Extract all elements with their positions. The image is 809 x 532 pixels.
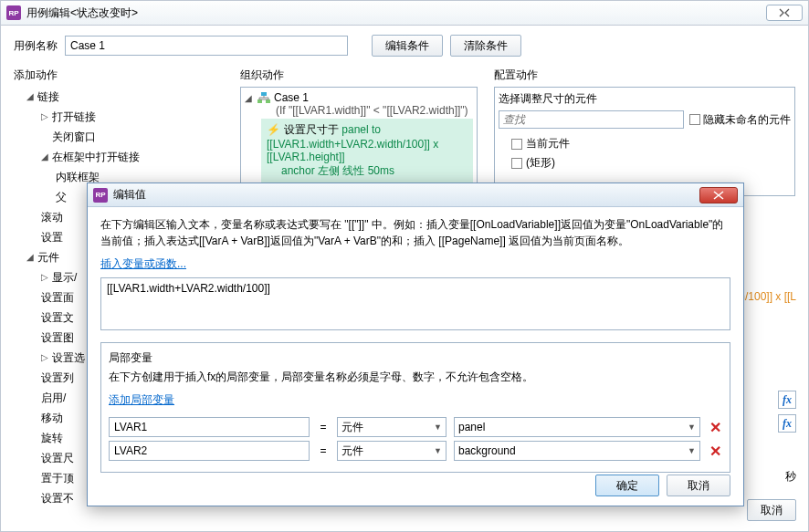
bolt-icon: ⚡ [267, 123, 280, 136]
configure-panel: 选择调整尺寸的元件 隐藏未命名的元件 当前元件 (矩形) [494, 87, 795, 196]
chevron-down-icon: ▼ [434, 446, 442, 455]
background-text-peek: h/100]] x [[L [739, 290, 796, 303]
add-local-var-link[interactable]: 添加局部变量 [109, 392, 174, 408]
tree-label: 链接 [37, 88, 59, 106]
delete-row-button[interactable]: ✕ [708, 419, 722, 436]
caret-down-icon: ◢ [26, 248, 36, 266]
tree-label: 元件 [37, 248, 59, 266]
tree-label: 设置面 [41, 288, 74, 307]
modal-title: 编辑值 [113, 187, 699, 203]
delete-row-button[interactable]: ✕ [708, 443, 722, 460]
organize-actions-header: 组织动作 [240, 68, 478, 83]
svg-rect-0 [261, 92, 267, 96]
action-body-2: anchor 左侧 线性 50ms [267, 164, 394, 177]
caret-right-icon: ▷ [41, 108, 50, 126]
checkbox-icon [511, 139, 522, 150]
case-condition-text: (If "[[LVAR1.width]]" < "[[LVAR2.width]]… [245, 104, 473, 117]
caret-down-icon: ◢ [26, 88, 36, 106]
case-action-item[interactable]: ⚡设置尺寸于 panel to [[LVAR1.width+LVAR2.widt… [261, 119, 473, 183]
tree-label: 设置列 [41, 369, 74, 387]
lvar-target-select[interactable]: background▼ [454, 441, 700, 461]
tree-label: 设置尺 [41, 449, 74, 467]
caret-down-icon: ◢ [41, 148, 50, 166]
flow-icon [257, 92, 270, 103]
select-value: 元件 [341, 443, 363, 459]
lvar-target-select[interactable]: panel▼ [454, 417, 700, 437]
window-close-button[interactable] [766, 5, 803, 21]
modal-description: 在下方编辑区输入文本，变量名称或表达式要写在 "[["]]" 中。例如：插入变量… [100, 216, 730, 249]
caret-down-icon: ◢ [245, 93, 254, 103]
tree-label: 设置 [41, 228, 63, 246]
option-label: 当前元件 [526, 136, 570, 151]
insert-variable-link[interactable]: 插入变量或函数... [100, 256, 186, 272]
checkbox-icon [511, 158, 522, 169]
window-title: 用例编辑<状态改变时> [26, 5, 766, 21]
tree-label: 置于顶 [41, 469, 74, 487]
lvar-type-select[interactable]: 元件▼ [337, 417, 447, 437]
tree-label: 移动 [41, 409, 63, 427]
tree-label: 设置选 [52, 349, 85, 367]
case-name-label: 用例名称 [14, 38, 58, 54]
modal-close-button[interactable] [699, 187, 738, 203]
tree-label: 旋转 [41, 429, 63, 447]
lvar-name-input[interactable] [109, 417, 310, 437]
expression-textarea[interactable] [100, 277, 730, 330]
fx-button[interactable]: fx [778, 391, 796, 409]
main-titlebar: RP 用例编辑<状态改变时> [0, 0, 809, 26]
local-vars-section: 局部变量 在下方创建用于插入fx的局部变量，局部变量名称必须是字母、数字，不允许… [100, 342, 730, 473]
widget-option-rect[interactable]: (矩形) [499, 153, 791, 172]
action-title: 设置尺寸于 [284, 123, 339, 136]
modal-cancel-button[interactable]: 取消 [667, 475, 730, 496]
app-icon: RP [93, 188, 108, 203]
tree-label: 滚动 [41, 208, 63, 226]
clear-condition-button[interactable]: 清除条件 [450, 35, 521, 57]
hide-unnamed-label: 隐藏未命名的元件 [703, 112, 791, 128]
equals-label: = [317, 444, 330, 457]
tree-label: 设置不 [41, 489, 74, 507]
tree-label: 设置文 [41, 308, 74, 327]
case-node[interactable]: ◢ Case 1 [245, 91, 473, 104]
caret-right-icon: ▷ [41, 268, 50, 287]
tree-group-links[interactable]: ◢链接 [14, 87, 224, 107]
edit-value-dialog: RP 编辑值 在下方编辑区输入文本，变量名称或表达式要写在 "[["]]" 中。… [87, 183, 744, 506]
equals-label: = [317, 421, 330, 433]
hide-unnamed-checkbox[interactable] [689, 114, 700, 125]
tree-item-open-in-frame[interactable]: ◢在框架中打开链接 [14, 147, 224, 167]
widget-option-current[interactable]: 当前元件 [499, 134, 791, 153]
configure-actions-header: 配置动作 [494, 68, 795, 83]
seconds-label: 秒 [785, 469, 796, 485]
app-icon: RP [6, 5, 21, 20]
organize-panel: ◢ Case 1 (If "[[LVAR1.width]]" < "[[LVAR… [240, 87, 478, 196]
tree-label: 设置图 [41, 329, 74, 347]
tree-label: 在框架中打开链接 [52, 148, 140, 166]
add-actions-header: 添加动作 [14, 68, 224, 83]
lvar-type-select[interactable]: 元件▼ [337, 441, 447, 461]
widget-search-input[interactable] [499, 110, 684, 129]
chevron-down-icon: ▼ [688, 422, 696, 432]
svg-rect-2 [266, 99, 270, 103]
option-label: (矩形) [526, 155, 555, 171]
tree-label: 关闭窗口 [52, 128, 96, 146]
tree-label: 打开链接 [52, 108, 96, 126]
tree-label: 显示/ [52, 268, 77, 287]
main-cancel-button[interactable]: 取消 [747, 499, 796, 521]
local-var-row: = 元件▼ background▼ ✕ [109, 441, 722, 461]
select-value: background [458, 444, 516, 457]
modal-ok-button[interactable]: 确定 [595, 475, 659, 496]
select-widgets-label: 选择调整尺寸的元件 [499, 91, 791, 107]
edit-condition-button[interactable]: 编辑条件 [372, 35, 443, 57]
chevron-down-icon: ▼ [434, 422, 442, 432]
tree-item-close-window[interactable]: 关闭窗口 [14, 127, 224, 147]
tree-label: 父 [56, 188, 67, 206]
modal-titlebar: RP 编辑值 [88, 183, 743, 207]
select-value: panel [458, 421, 485, 433]
fx-button[interactable]: fx [778, 414, 796, 433]
lvar-name-input[interactable] [109, 441, 310, 461]
svg-rect-1 [257, 99, 262, 103]
chevron-down-icon: ▼ [688, 446, 696, 455]
case-name-input[interactable] [65, 36, 348, 56]
case-name-text: Case 1 [274, 91, 309, 104]
select-value: 元件 [341, 420, 363, 435]
caret-right-icon: ▷ [41, 349, 50, 367]
tree-item-open-link[interactable]: ▷打开链接 [14, 107, 224, 127]
